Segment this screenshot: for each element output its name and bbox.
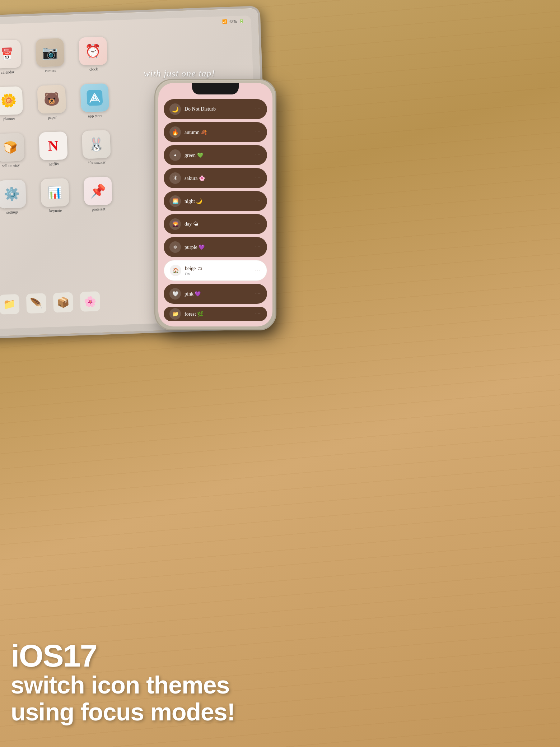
focus-dots-purple: ··· [256, 244, 262, 250]
focus-item-autumn[interactable]: 🔥 autumn 🍂 ··· [164, 122, 267, 142]
focus-label-pink: pink 💜 [185, 291, 252, 297]
app-icon-appstore[interactable]: A app store [74, 83, 115, 127]
focus-dots-pink: ··· [256, 291, 262, 297]
focus-item-forest[interactable]: 📁 forest 🌿 ··· [164, 307, 267, 321]
focus-dots-sakura: ··· [256, 175, 262, 181]
ios-title: iOS17 [11, 640, 549, 672]
app-label-netflix: netflix [49, 162, 59, 166]
dock-icon-dropbox[interactable]: 📦 [53, 292, 74, 313]
focus-item-beige[interactable]: 🏠 beige 🗂 On ··· [164, 260, 267, 281]
app-label-camera: camera [45, 68, 56, 73]
app-label-appstore: app store [88, 113, 102, 118]
app-icon-netflix[interactable]: N netflix [33, 131, 74, 176]
ipad-status-bar: 📶 63% 🔋 [222, 19, 244, 24]
focus-icon-pink: 🤍 [169, 288, 181, 300]
focus-dots-forest: ··· [256, 311, 262, 317]
focus-label-dnd: Do Not Disturb [185, 106, 252, 112]
iphone-notch [192, 83, 239, 94]
subtitle-line2: using focus modes! [11, 699, 549, 725]
ipad-app-grid: mon 📅 calendar 📷 camera ⏰ clock 🌼 planne… [0, 33, 124, 274]
focus-dots-night: ··· [256, 198, 262, 204]
bottom-text-area: iOS17 switch icon themes using focus mod… [11, 640, 549, 725]
app-icon-paper[interactable]: 🐻 paper [31, 84, 72, 129]
focus-label-purple: purple 💜 [185, 244, 252, 250]
subtitle-line1: switch icon themes [11, 672, 549, 699]
focus-label-green: green 💚 [185, 152, 252, 158]
app-label-calendar: calendar [1, 70, 14, 74]
app-label-pinterest: pinterest [92, 207, 105, 211]
focus-label-beige: beige 🗂 [185, 266, 202, 271]
focus-icon-purple: ❄ [169, 241, 181, 253]
focus-label-forest: forest 🌿 [185, 311, 252, 317]
focus-icon-forest: 📁 [169, 308, 181, 320]
focus-dots-autumn: ··· [256, 129, 262, 135]
dock-icon-bloom[interactable]: 🌸 [80, 291, 101, 312]
app-label-settings: settings [6, 210, 19, 214]
focus-icon-night: 🌅 [169, 195, 181, 207]
app-label-clock: clock [89, 67, 98, 71]
app-label-etsy: sell on etsy [2, 163, 20, 168]
focus-item-do-not-disturb[interactable]: 🌙 Do Not Disturb ··· [164, 99, 267, 119]
app-label-ifontmaker: ifontmaker [88, 160, 106, 165]
app-label-paper: paper [48, 115, 57, 120]
app-icon-clock[interactable]: ⏰ clock [73, 36, 114, 81]
focus-label-day: day 🌤 [185, 221, 252, 227]
app-label-planner: planner [3, 116, 15, 121]
app-icon-calendar[interactable]: mon 📅 calendar [0, 40, 28, 84]
focus-item-night[interactable]: 🌅 night 🌙 ··· [164, 191, 267, 211]
app-icon-ifontmaker[interactable]: 🐰 ifontmaker [76, 130, 117, 174]
dock-icon-notes[interactable]: 🪶 [26, 293, 47, 314]
focus-dots-green: ··· [256, 152, 262, 158]
app-label-keynote: keynote [49, 208, 62, 213]
focus-item-green[interactable]: ● green 💚 ··· [164, 145, 267, 165]
app-icon-pinterest[interactable]: 📌 pinterest [78, 176, 118, 221]
focus-icon-autumn: 🔥 [169, 126, 181, 138]
battery-icon: 🔋 [239, 19, 244, 23]
focus-icon-dnd: 🌙 [169, 103, 181, 115]
focus-item-day[interactable]: 🌄 day 🌤 ··· [164, 214, 267, 234]
focus-icon-green: ● [169, 149, 181, 161]
tap-text-overlay: with just one tap! [144, 68, 215, 79]
wifi-icon: 📶 [222, 19, 227, 24]
focus-dots-beige: ··· [255, 268, 261, 273]
iphone-screen: 🌙 Do Not Disturb ··· 🔥 autumn 🍂 ··· ● gr… [158, 83, 272, 326]
focus-modes-list: 🌙 Do Not Disturb ··· 🔥 autumn 🍂 ··· ● gr… [164, 99, 267, 321]
focus-status-beige: On [185, 272, 252, 276]
focus-item-purple[interactable]: ❄ purple 💜 ··· [164, 237, 267, 257]
app-icon-settings[interactable]: ⚙️ settings [0, 180, 33, 224]
focus-dots-day: ··· [256, 221, 262, 227]
focus-label-autumn: autumn 🍂 [185, 129, 252, 135]
focus-icon-beige: 🏠 [170, 265, 181, 276]
dock-icon-files[interactable]: 📁 [0, 294, 20, 315]
focus-icon-sakura: ✳ [169, 172, 181, 184]
focus-icon-day: 🌄 [169, 218, 181, 230]
battery-text: 63% [229, 19, 237, 24]
focus-dots-dnd: ··· [256, 106, 262, 112]
app-icon-camera[interactable]: 📷 camera [30, 38, 71, 83]
focus-label-sakura: sakura 🌸 [185, 175, 252, 181]
svg-line-4 [91, 100, 99, 101]
iphone: 🌙 Do Not Disturb ··· 🔥 autumn 🍂 ··· ● gr… [154, 79, 276, 330]
app-icon-etsy[interactable]: 🍞 sell on etsy [0, 133, 31, 177]
app-icon-keynote[interactable]: 📊 keynote [35, 178, 76, 222]
focus-label-night: night 🌙 [185, 198, 252, 204]
ipad-dock: 📁 🪶 📦 🌸 [0, 287, 108, 318]
focus-item-sakura[interactable]: ✳ sakura 🌸 ··· [164, 168, 267, 188]
app-icon-planner[interactable]: 🌼 planner [0, 86, 29, 131]
focus-item-pink[interactable]: 🤍 pink 💜 ··· [164, 284, 267, 304]
